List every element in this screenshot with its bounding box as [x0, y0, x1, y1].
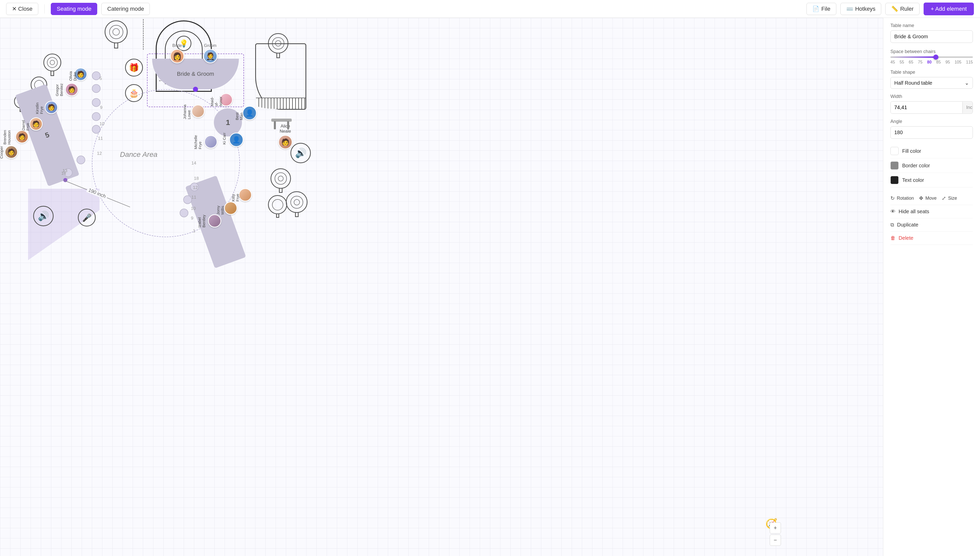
toolbar: ✕ Close Seating mode Catering mode 📄 Fil… — [0, 0, 980, 18]
rotation-tool[interactable]: ↻ Rotation — [891, 195, 914, 201]
duplicate-icon: ⧉ — [891, 222, 894, 228]
tools-row: ↻ Rotation ✥ Move ⤢ Size — [891, 192, 973, 205]
text-color-row[interactable]: Text color — [891, 173, 973, 187]
person-kirstlin-frye: Kirstlin Frye 🧑 — [45, 101, 58, 114]
dance-area-label: Dance Area — [120, 150, 157, 158]
groom-person: Groom 🤵 — [203, 44, 217, 63]
file-icon: 📄 — [812, 6, 819, 12]
person-gregor-benitez: Gregor Benitez 🧑 — [65, 83, 78, 96]
rotation-icon: ↻ — [891, 195, 895, 201]
zoom-controls: + − — [770, 522, 781, 546]
chair-num-10b: 10 — [191, 206, 196, 211]
tree-7 — [268, 195, 287, 218]
toolbar-right: 📄 File ⌨️ Hotkeys 📏 Ruler + Add element — [807, 3, 974, 15]
chair-dot — [183, 196, 192, 204]
size-icon: ⤢ — [942, 195, 946, 201]
chair-num-9: 9 — [100, 105, 102, 110]
drag-handle[interactable] — [193, 87, 198, 92]
person-johanna-lowe: Johanna Lowe — [191, 105, 205, 118]
size-tool[interactable]: ⤢ Size — [942, 195, 957, 201]
catering-mode-button[interactable]: Catering mode — [101, 3, 150, 15]
ruler-icon: 📏 — [891, 6, 898, 12]
width-unit: Inches — [962, 102, 973, 113]
angle-input[interactable] — [891, 126, 973, 139]
person-brenden-houston: Brenden Houston 🧑 — [15, 130, 29, 143]
border-color-row[interactable]: Border color — [891, 158, 973, 173]
chair-num-14: 14 — [61, 171, 66, 176]
chair-num-1b: 1 — [193, 228, 195, 234]
gift-icon[interactable]: 🎁 — [125, 59, 143, 76]
text-color-swatch — [891, 176, 899, 184]
table-shape-label: Table shape — [891, 70, 973, 75]
file-button[interactable]: 📄 File — [807, 3, 836, 15]
person-izabel-bentley: Izabel Bentley — [208, 214, 221, 228]
move-icon: ✥ — [919, 195, 923, 201]
chair-num-12: 12 — [97, 151, 102, 156]
width-input[interactable] — [891, 102, 962, 113]
chair-num-14b: 14 — [191, 161, 196, 166]
table-name-label: Table name — [891, 23, 973, 28]
canvas[interactable]: 💡 ← 🎁 🎂 Bride & Groom Bride 👩 Groom 🤵 5 — [0, 18, 883, 556]
slider-thumb — [933, 55, 938, 60]
chevron-down-icon: ⌄ — [965, 80, 969, 86]
ruler-button[interactable]: 📏 Ruler — [885, 3, 920, 15]
person-best-man: Best Man 👤 — [243, 106, 257, 120]
chair-num-11b: 11 — [191, 195, 196, 200]
zoom-in-button[interactable]: + — [770, 522, 781, 533]
chair-dot — [92, 98, 100, 107]
tree-6 — [271, 168, 291, 193]
measurement-line-v — [143, 19, 144, 50]
hotkeys-icon: ⌨️ — [846, 6, 853, 12]
chair-dot — [180, 208, 188, 217]
chair-num-5: 5 — [100, 76, 102, 81]
person-ronan-cooper: Ronan Cooper 🧑 — [5, 145, 18, 158]
angle-label: Angle — [891, 119, 973, 124]
delete-row[interactable]: 🗑 Delete — [891, 231, 973, 245]
border-color-swatch — [891, 162, 899, 170]
duplicate-row[interactable]: ⧉ Duplicate — [891, 218, 973, 231]
space-between-chairs-label: Space between chairs — [891, 49, 973, 54]
person-jomy-willis: Jomy Willis — [224, 202, 237, 215]
slider-track — [891, 57, 973, 58]
space-slider[interactable]: 45 55 65 75 80 85 95 105 115 — [891, 57, 973, 65]
person-michelle-frye: Michelle Frye — [204, 135, 217, 149]
tree-8 — [286, 191, 308, 217]
close-button[interactable]: ✕ Close — [6, 3, 38, 15]
width-input-container: Inches — [891, 101, 973, 114]
hide-all-seats-row[interactable]: 👁 Hide all seats — [891, 205, 973, 218]
chair-dot — [92, 71, 100, 80]
hotkeys-button[interactable]: ⌨️ Hotkeys — [841, 3, 881, 15]
chair-num-18: 18 — [194, 176, 199, 181]
toolbar-separator-1 — [44, 4, 45, 13]
colors-section: Fill color Border color Text color — [891, 144, 973, 187]
piano[interactable] — [255, 44, 306, 115]
table-name-input[interactable] — [891, 30, 973, 43]
person-alice-neale: AliceNeale 🧑 — [278, 124, 292, 149]
chair-dot — [76, 155, 85, 164]
right-panel: Table Table name Space between chairs 45… — [883, 0, 980, 556]
tree-1 — [44, 53, 61, 76]
bride-groom-table[interactable]: Bride & Groom Bride 👩 Groom 🤵 — [152, 59, 239, 89]
speaker-icon-2[interactable]: 🔊 — [33, 206, 53, 226]
seating-mode-button[interactable]: Seating mode — [51, 3, 97, 15]
zoom-out-button[interactable]: − — [770, 535, 781, 546]
person-darrel-frye: Darrel Frye 🧑 — [29, 117, 43, 131]
fill-color-row[interactable]: Fill color — [891, 144, 973, 158]
bride-person: Bride 👩 — [170, 44, 184, 63]
chair-num-9b: 9 — [191, 216, 193, 221]
microphone-icon[interactable]: 🎤 — [78, 208, 96, 226]
chair-dot — [92, 84, 100, 93]
table-shape-select[interactable]: Half Round table ⌄ — [891, 77, 973, 89]
tree-4 — [105, 20, 128, 48]
chair-dot — [92, 112, 100, 121]
person-olivia-duke: Olivia Duke 🧑 — [74, 68, 87, 81]
eye-icon: 👁 — [891, 208, 896, 215]
chair-num-10: 10 — [100, 121, 104, 126]
speaker-icon-1[interactable]: 🔊 — [290, 143, 311, 163]
add-element-button[interactable]: + Add element — [923, 3, 974, 15]
person-ki-carr: Ki Carr 👤 — [229, 133, 243, 147]
width-label: Width — [891, 94, 973, 99]
move-tool[interactable]: ✥ Move — [919, 195, 936, 201]
slider-labels: 45 55 65 75 80 85 95 105 115 — [891, 60, 973, 65]
chair-num-11: 11 — [98, 136, 103, 141]
